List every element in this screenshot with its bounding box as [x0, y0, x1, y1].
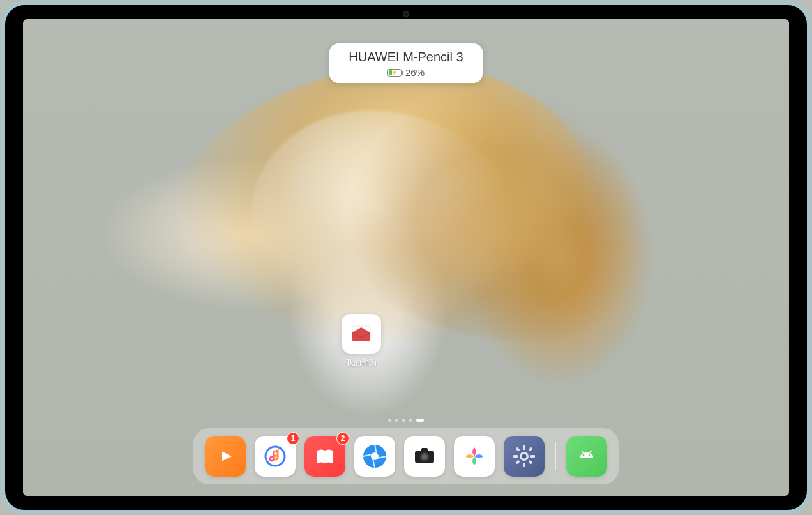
dock-recent-android[interactable]	[566, 436, 607, 477]
app-label: 我的华为	[342, 357, 381, 368]
page-dot	[395, 419, 398, 422]
badge: 1	[287, 432, 299, 445]
tablet-frame: HUAWEI M-Pencil 3 ⚡ 26%	[1, 1, 811, 514]
page-dot	[388, 419, 391, 422]
dock-app-books[interactable]: 2	[304, 436, 345, 477]
svg-rect-12	[515, 447, 520, 451]
svg-rect-15	[515, 459, 520, 464]
svg-line-19	[582, 451, 583, 453]
svg-point-17	[583, 454, 585, 456]
app-my-huawei[interactable]: 我的华为	[342, 314, 381, 368]
page-dot-active	[416, 419, 424, 422]
svg-rect-10	[513, 455, 518, 458]
svg-line-20	[590, 451, 591, 453]
dock-app-browser[interactable]	[354, 436, 395, 477]
page-indicator[interactable]	[388, 419, 424, 422]
dock-app-music[interactable]: 1	[255, 436, 296, 477]
dock-app-settings[interactable]	[504, 436, 545, 477]
battery-percentage: 26%	[405, 67, 425, 78]
my-huawei-icon	[342, 314, 381, 354]
notification-title: HUAWEI M-Pencil 3	[343, 50, 469, 64]
badge: 2	[336, 432, 349, 445]
svg-point-6	[422, 454, 427, 459]
tablet-bezel: HUAWEI M-Pencil 3 ⚡ 26%	[5, 5, 807, 510]
svg-rect-13	[528, 459, 532, 464]
dock-separator	[555, 442, 556, 470]
svg-rect-9	[523, 463, 525, 467]
notification-status: ⚡ 26%	[343, 67, 469, 78]
svg-rect-8	[523, 445, 525, 450]
page-dot	[402, 419, 405, 422]
dock-app-camera[interactable]	[404, 436, 445, 477]
svg-rect-11	[530, 455, 535, 458]
stylus-notification[interactable]: HUAWEI M-Pencil 3 ⚡ 26%	[329, 43, 483, 83]
dock-app-gallery[interactable]	[454, 436, 495, 477]
page-dot	[409, 419, 412, 422]
dock: 1 2	[193, 428, 619, 484]
front-camera	[403, 11, 409, 17]
svg-point-18	[589, 454, 591, 456]
svg-point-16	[522, 454, 527, 459]
home-screen[interactable]: HUAWEI M-Pencil 3 ⚡ 26%	[23, 19, 789, 496]
battery-charging-icon: ⚡	[387, 69, 402, 77]
dock-app-video[interactable]	[205, 436, 246, 477]
svg-point-3	[371, 452, 379, 460]
svg-rect-14	[528, 447, 532, 451]
